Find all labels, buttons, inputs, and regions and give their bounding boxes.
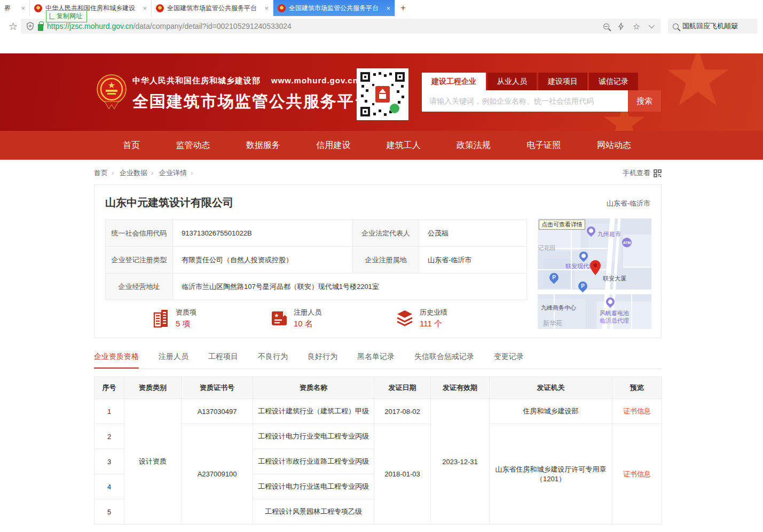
cell-authority: 山东省住房和城乡建设厅许可专用章 （1201） (490, 424, 612, 525)
reg-type-label: 企业登记注册类型 (106, 247, 173, 273)
keyword-search-input[interactable] (422, 90, 628, 112)
favorite-star-icon[interactable]: ☆ (633, 21, 640, 32)
stat-qualifications[interactable]: 资质项 5 项 (152, 308, 196, 329)
nav-item-home[interactable]: 首页 (123, 140, 140, 151)
search-tab-project[interactable]: 建设项目 (538, 73, 587, 90)
quick-search-text: 国航回应飞机颠簸 (682, 21, 738, 31)
map-label-supermarket: 九州超市 (597, 230, 621, 238)
mobile-view-label: 手机查看 (623, 168, 650, 178)
search-tab-enterprise[interactable]: 建设工程企业 (422, 73, 486, 90)
nav-item-policy[interactable]: 政策法规 (457, 140, 491, 151)
table-header-row: 序号 资质类别 资质证书号 资质名称 发证日期 发证有效期 发证机关 预览 (95, 377, 662, 399)
search-button[interactable]: 搜索 (628, 90, 661, 112)
company-location-map[interactable]: 点击可查看详情 九州超市 ATM 记花园 联安现代城 联安大厦 P P 九峰商务… (538, 218, 651, 329)
close-icon[interactable]: × (264, 4, 269, 12)
ministry-website[interactable]: www.mohurd.gov.cn (271, 76, 358, 85)
close-icon[interactable]: × (386, 4, 390, 12)
browser-tab-jzsc-active[interactable]: 全国建筑市场监管公共服务平台 × (273, 0, 395, 16)
mobile-view-link[interactable]: 手机查看 (623, 168, 662, 178)
table-row: 企业登记注册类型 有限责任公司（自然人投资或控股） 企业注册属地 山东省-临沂市 (106, 247, 527, 273)
breadcrumb: 首页› 企业数据› 企业详情› (94, 168, 196, 178)
map-label-battery-2: 临沂总代理 (600, 317, 629, 325)
flag-star-decoration: ★ (662, 53, 734, 118)
url-bar-actions: ☆ (603, 21, 653, 32)
credit-code-value: 91371302675501022B (173, 220, 353, 247)
cell-qual-name: 工程设计市政行业道路工程专业丙级 (253, 449, 374, 474)
nav-item-site-news[interactable]: 网站动态 (597, 140, 631, 151)
page-content: 首页› 企业数据› 企业详情› 手机查看 山东中元建筑设计有限公司 山东省-临沂… (0, 160, 763, 525)
svg-text:★: ★ (108, 81, 115, 90)
shield-permissions-icon[interactable] (26, 22, 34, 30)
location-pin-icon (590, 260, 601, 275)
new-tab-button[interactable]: + (395, 0, 411, 16)
nav-item-data-service[interactable]: 数据服务 (246, 140, 280, 151)
bookmark-star-icon[interactable]: ☆ (9, 20, 18, 33)
url-text[interactable]: https://jzsc.mohurd.gov.cn/data/company/… (47, 22, 292, 30)
tab-registered-personnel[interactable]: 注册人员 (159, 352, 188, 369)
nav-item-workers[interactable]: 建筑工人 (387, 140, 421, 151)
close-icon[interactable]: × (21, 4, 25, 12)
main-navigation: 首页 监管动态 数据服务 信用建设 建筑工人 政策法规 电子证照 网站动态 (0, 131, 763, 160)
nav-item-supervision[interactable]: 监管动态 (176, 140, 210, 151)
stat-value: 5 项 (176, 319, 196, 329)
company-stats: 资质项 5 项 ★ 注册人员 10 名 (105, 300, 526, 329)
cell-issue-date: 2018-01-03 (374, 424, 431, 525)
quick-search-box[interactable]: 国航回应飞机颠簸 (668, 19, 758, 34)
cell-qual-name: 工程设计风景园林工程专项乙级 (253, 499, 374, 525)
nav-item-credit[interactable]: 信用建设 (316, 140, 350, 151)
breadcrumb-home[interactable]: 首页 (94, 169, 108, 177)
parking-icon: P (576, 279, 589, 292)
company-name: 山东中元建筑设计有限公司 (95, 185, 661, 210)
breadcrumb-company-detail[interactable]: 企业详情 (159, 169, 187, 177)
stat-historical-performance[interactable]: 历史业绩 111 个 (395, 308, 447, 329)
ministry-name: 中华人民共和国住房和城乡建设部 (132, 76, 261, 86)
browser-url-bar: ☆ https://jzsc.mohurd.gov.cn/data/compan… (0, 16, 763, 36)
company-region: 山东省-临沂市 (607, 199, 650, 208)
map-label-xinhuayuan: 新华苑 (543, 319, 562, 328)
certificate-info-link[interactable]: 证书信息 (623, 470, 651, 478)
tab-blacklist[interactable]: 黑名单记录 (357, 352, 395, 369)
tab-projects[interactable]: 工程项目 (208, 352, 238, 369)
stat-label: 注册人员 (294, 308, 321, 317)
cell-authority: 住房和城乡建设部 (490, 399, 612, 424)
zoom-out-icon[interactable] (603, 24, 609, 29)
search-tab-credit[interactable]: 诚信记录 (589, 73, 638, 90)
cell-seq: 4 (95, 474, 124, 499)
tab-change-record[interactable]: 变更记录 (494, 352, 524, 369)
col-valid-until: 发证有效期 (431, 377, 490, 399)
browser-tab-partial[interactable]: 界 × (0, 0, 30, 16)
reg-type-value: 有限责任公司（自然人投资或控股） (173, 247, 353, 273)
table-row: 1 设计资质 A137030497 工程设计建筑行业（建筑工程）甲级 2017-… (95, 399, 662, 424)
chevron-down-icon[interactable] (649, 22, 655, 28)
tab-good-behavior[interactable]: 良好行为 (308, 352, 337, 369)
url-field[interactable]: https://jzsc.mohurd.gov.cn/data/company/… (21, 19, 660, 34)
close-icon[interactable]: × (143, 4, 147, 12)
map-label-battery-1: 风帆蓄电池 (600, 309, 629, 317)
copy-icon (50, 13, 54, 19)
certificate-info-link[interactable]: 证书信息 (623, 407, 651, 415)
tab-dishonesty-record[interactable]: 失信联合惩戒记录 (414, 352, 474, 369)
copy-url-tooltip: 复制网址 (46, 10, 87, 22)
stat-value: 10 名 (294, 319, 321, 329)
search-tab-personnel[interactable]: 从业人员 (487, 73, 537, 90)
stat-label: 资质项 (176, 308, 196, 317)
tab-enterprise-qualification[interactable]: 企业资质资格 (94, 352, 139, 369)
tab-bad-behavior[interactable]: 不良行为 (258, 352, 288, 369)
cell-cert-no: A137030497 (182, 399, 253, 424)
stat-registered-personnel[interactable]: ★ 注册人员 10 名 (270, 308, 321, 329)
col-qual-name: 资质名称 (253, 377, 374, 399)
building-icon (152, 309, 170, 328)
lightning-extension-icon[interactable] (618, 22, 624, 30)
cell-issue-date: 2017-08-02 (374, 399, 431, 424)
company-summary-card: 山东中元建筑设计有限公司 山东省-临沂市 统一社会信用代码 9137130267… (94, 184, 662, 338)
address-value: 临沂市兰山区陶然路107号星河晶都（联安）现代城1号楼2201室 (173, 273, 527, 300)
map-label-lianan-tower: 联安大厦 (603, 275, 626, 283)
browser-tab-jzsc-1[interactable]: 全国建筑市场监管公共服务平台 × (152, 0, 273, 16)
stat-value: 111 个 (420, 319, 447, 329)
cell-seq: 3 (95, 449, 124, 474)
address-label: 企业经营地址 (106, 273, 173, 300)
nav-item-e-license[interactable]: 电子证照 (527, 140, 561, 151)
company-info-table: 统一社会信用代码 91371302675501022B 企业法定代表人 公茂福 … (105, 220, 527, 300)
site-brand: 中华人民共和国住房和城乡建设部 www.mohurd.gov.cn 全国建筑市场… (132, 76, 372, 113)
breadcrumb-company-data[interactable]: 企业数据 (120, 169, 147, 177)
